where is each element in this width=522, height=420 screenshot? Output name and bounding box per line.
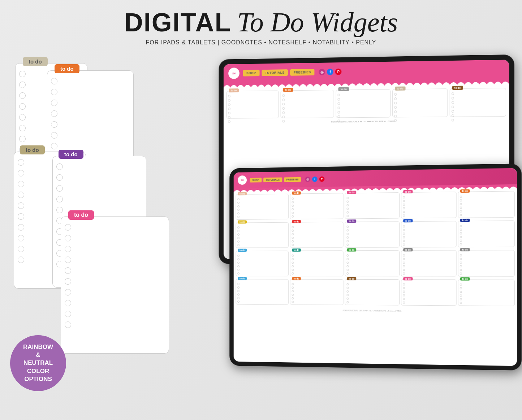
mini-circle xyxy=(460,225,462,227)
nav-tutorials-btn[interactable]: TUTORIALS xyxy=(262,69,288,76)
circle xyxy=(18,159,24,166)
mini-circle xyxy=(282,120,285,122)
circle xyxy=(19,103,26,110)
circle xyxy=(51,89,57,95)
mini-circle xyxy=(347,265,349,267)
mini-circle xyxy=(403,200,405,202)
mini-circle xyxy=(394,119,397,122)
mini-label: to do xyxy=(292,191,301,194)
mini-widget: to do xyxy=(290,250,344,276)
mini-circle xyxy=(237,202,240,204)
mini-circle xyxy=(228,99,230,102)
mini-circle xyxy=(460,210,462,213)
mini-circle xyxy=(460,302,462,304)
mini-circle xyxy=(292,258,294,260)
mini-circle xyxy=(403,204,405,206)
mini-label: to do xyxy=(403,219,413,222)
mini-circle xyxy=(452,97,454,99)
pinterest-icon-sm[interactable]: P xyxy=(319,176,324,181)
tablet-small: SH SHOP TUTORIALS FREEBIES ◎ f P to do xyxy=(229,163,521,371)
mini-circle xyxy=(237,269,240,271)
mini-circles xyxy=(237,283,240,303)
circle xyxy=(65,278,71,285)
mini-circle xyxy=(347,233,349,235)
circle xyxy=(51,132,57,139)
mini-circle xyxy=(292,208,294,210)
widget-label-4: to do xyxy=(59,150,83,159)
facebook-icon-sm[interactable]: f xyxy=(312,176,318,182)
mini-circle xyxy=(347,272,349,275)
mini-circles xyxy=(403,196,405,216)
circle xyxy=(65,246,71,252)
circle xyxy=(51,110,57,117)
mini-widget: to do xyxy=(236,251,288,276)
mini-label: to do xyxy=(460,219,470,222)
tablet-screen-small: SH SHOP TUTORIALS FREEBIES ◎ f P to do xyxy=(234,168,517,366)
instagram-icon[interactable]: ◎ xyxy=(319,69,325,75)
mini-circle xyxy=(403,262,405,264)
mini-label: to do xyxy=(283,88,293,92)
nav-tutorials-sm[interactable]: TUTORIALS xyxy=(263,177,282,182)
circle xyxy=(65,257,71,263)
mini-widget: to do xyxy=(345,221,400,248)
mini-circle xyxy=(403,283,405,285)
mini-circle xyxy=(347,240,349,242)
mini-circle xyxy=(403,232,405,235)
circle xyxy=(18,246,24,252)
circle xyxy=(65,224,71,231)
mini-circle xyxy=(452,106,454,108)
mini-circle xyxy=(460,240,462,242)
mini-label: to do xyxy=(403,190,413,193)
badge-text: RAINBOW&NEUTRALCOLOROPTIONS xyxy=(23,343,53,383)
mini-circle xyxy=(403,254,405,257)
facebook-icon[interactable]: f xyxy=(327,69,333,75)
mini-label: to do xyxy=(338,87,349,91)
mini-circle xyxy=(403,265,405,267)
mini-circle xyxy=(292,205,294,207)
circle xyxy=(65,289,71,296)
mini-circle xyxy=(347,201,349,203)
social-icons: ◎ f P xyxy=(319,69,342,75)
mini-circle xyxy=(338,111,340,114)
mini-label: to do xyxy=(452,86,463,90)
mini-circles xyxy=(237,226,240,246)
mini-circle xyxy=(237,233,240,236)
circle xyxy=(18,213,24,220)
nav-shop-sm[interactable]: SHOP xyxy=(250,178,262,182)
circle xyxy=(19,82,26,88)
nav-shop-btn[interactable]: SHOP xyxy=(243,70,259,76)
mini-circle xyxy=(403,269,405,271)
mini-circle xyxy=(403,290,405,293)
pinterest-icon[interactable]: P xyxy=(335,69,342,75)
nav-freebies-btn[interactable]: FREEBIES xyxy=(290,69,315,76)
social-icons-sm: ◎ f P xyxy=(305,176,324,182)
instagram-icon-sm[interactable]: ◎ xyxy=(305,176,310,182)
mini-label: to do xyxy=(292,220,301,223)
mini-circles xyxy=(292,283,294,303)
mini-circle xyxy=(292,269,294,271)
mini-widget: to do xyxy=(236,194,288,220)
mini-circles xyxy=(347,226,349,246)
mini-label: to do xyxy=(347,277,357,280)
circle xyxy=(65,300,71,306)
nav-freebies-sm[interactable]: FREEBIES xyxy=(284,177,301,182)
mini-label: to do xyxy=(292,249,301,252)
mini-label: to do xyxy=(460,277,470,280)
mini-label: to do xyxy=(292,277,301,280)
mini-circles xyxy=(460,284,462,304)
title-area: DIGITAL To Do Widgets FOR IPADS & TABLET… xyxy=(124,6,398,46)
mini-circles xyxy=(292,254,294,274)
mini-circle xyxy=(394,97,397,100)
mini-circle xyxy=(338,107,340,109)
mini-widget: to do xyxy=(345,279,400,306)
mini-circle xyxy=(394,110,397,113)
mini-circle xyxy=(452,119,454,121)
mini-circle xyxy=(338,102,340,105)
mini-circles xyxy=(460,254,462,275)
mini-label: to do xyxy=(238,249,247,252)
mini-circle xyxy=(228,95,230,97)
mini-circle xyxy=(403,301,405,303)
mini-circle xyxy=(237,290,240,292)
circle xyxy=(18,192,24,198)
mini-label: to do xyxy=(229,88,239,92)
